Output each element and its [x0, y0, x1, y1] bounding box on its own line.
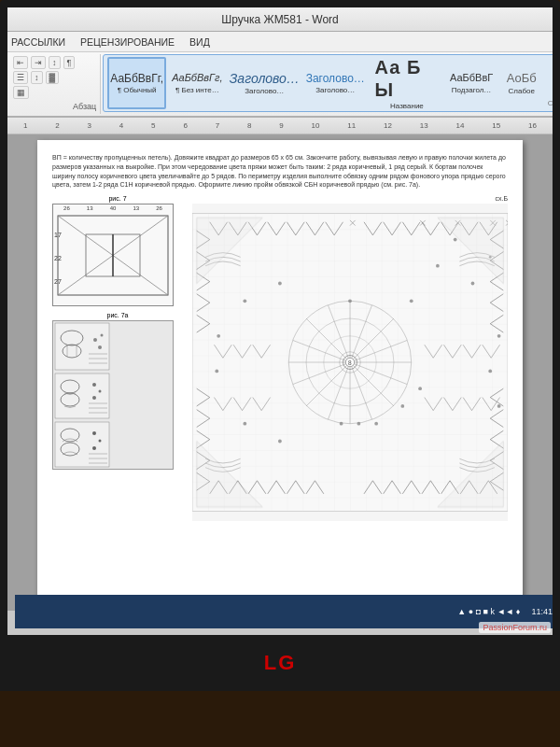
crochet-svg: 8 [192, 204, 508, 521]
ribbon-styles: АаБбВвГг, ¶ Обычный АаБбВвГг, ¶ Без инте… [103, 54, 553, 112]
svg-point-74 [243, 422, 246, 426]
style-normal[interactable]: АаБбВвГг, ¶ Обычный [107, 57, 166, 109]
ribbon: ⇤ ⇥ ↕ ¶ ☰ ↕ ▓ ▦ Абзац АаБбВвГг, [7, 52, 553, 118]
watermark: PassionForum.ru [479, 622, 551, 633]
style-normal-label: ¶ Обычный [118, 86, 157, 94]
style-normal-preview: АаБбВвГг, [110, 72, 163, 85]
svg-point-80 [418, 387, 422, 390]
style-heading2-preview: Заголово… [306, 72, 365, 85]
ribbon-icon-row-1: ⇤ ⇥ ↕ ¶ [13, 56, 65, 69]
svg-point-32 [99, 440, 102, 443]
taskbar-tray: ▲ ● ◘ ■ k ◄◄ ♦ [457, 607, 520, 616]
ruler-mark-13: 13 [420, 121, 428, 130]
doc-left-col: рис. 7 2613401326 [52, 195, 183, 521]
style-subtitle-preview: АаБбВвГ [450, 72, 493, 84]
svg-text:27: 27 [54, 278, 62, 285]
style-nospace[interactable]: АаБбВвГг, ¶ Без инте… [170, 57, 225, 109]
svg-point-67 [497, 334, 501, 338]
svg-point-71 [243, 300, 246, 303]
style-heading2-label: Заголово… [315, 86, 355, 94]
sort-icon[interactable]: ↕ [49, 56, 61, 69]
knitting-svg [53, 321, 174, 470]
lg-logo: LG [264, 651, 297, 675]
svg-point-33 [92, 446, 96, 450]
ribbon-left: ⇤ ⇥ ↕ ¶ ☰ ↕ ▓ ▦ [11, 54, 67, 101]
document-area[interactable]: ВП = количеству пропущенных петель). Дов… [7, 134, 553, 611]
svg-point-23 [99, 390, 102, 393]
svg-point-15 [98, 345, 102, 349]
svg-point-72 [217, 334, 220, 338]
ribbon-icon-row-3: ▦ [13, 86, 65, 99]
spacing-icon[interactable]: ↕ [31, 71, 43, 84]
svg-text:22: 22 [54, 255, 62, 261]
crochet-label: сх.Б [192, 195, 508, 202]
menu-item-review[interactable]: РЕЦЕНЗИРОВАНИЕ [80, 36, 175, 48]
svg-point-69 [497, 404, 501, 408]
ruler-mark-9: 9 [279, 121, 283, 130]
indent-left-icon[interactable]: ⇤ [13, 56, 28, 69]
ruler-mark-2: 2 [55, 121, 59, 130]
indent-right-icon[interactable]: ⇥ [31, 56, 46, 69]
svg-rect-19 [55, 374, 109, 418]
styles-section-label: Стили [548, 99, 553, 109]
ruler-mark-8: 8 [247, 121, 251, 130]
style-nospace-label: ¶ Без инте… [175, 86, 219, 94]
window-title: Шручка ЖМ581 - Word [221, 13, 339, 26]
monitor-bezel: Шручка ЖМ581 - Word РАССЫЛКИ РЕЦЕНЗИРОВА… [0, 0, 560, 691]
svg-point-24 [92, 396, 96, 400]
ruler-mark-10: 10 [312, 121, 320, 130]
ruler-mark-11: 11 [347, 121, 356, 130]
ruler-mark-3: 3 [88, 121, 91, 130]
shading-icon[interactable]: ▓ [46, 71, 60, 84]
svg-point-78 [374, 422, 378, 426]
document-page: ВП = количеству пропущенных петель). Дов… [37, 140, 523, 611]
monitor-bottom: LG [0, 635, 560, 691]
svg-point-13 [93, 338, 97, 342]
ruler-mark-6: 6 [183, 121, 187, 130]
taskbar-time: 11:41 [531, 607, 553, 616]
crochet-grid: 8 [192, 204, 508, 521]
svg-text:17: 17 [54, 232, 62, 238]
style-heading1-preview: Заголово… [230, 71, 300, 87]
style-title[interactable]: Аа Б Ы Название [371, 57, 444, 109]
svg-point-64 [436, 264, 440, 268]
svg-point-68 [488, 370, 492, 374]
svg-point-76 [340, 422, 343, 426]
fig7-label: рис. 7 [52, 195, 183, 202]
doc-right-col: сх.Б [192, 195, 508, 521]
schematic-svg: 17 22 27 [53, 214, 175, 317]
svg-point-77 [357, 422, 361, 426]
menu-bar[interactable]: РАССЫЛКИ РЕЦЕНЗИРОВАНИЕ ВИД [7, 32, 553, 52]
svg-point-63 [471, 282, 475, 286]
ribbon-icon-row-2: ☰ ↕ ▓ [13, 71, 65, 84]
svg-point-14 [101, 334, 104, 337]
style-subtle[interactable]: АоБб Слабое [499, 57, 544, 109]
ruler-mark-15: 15 [492, 121, 500, 130]
style-heading2[interactable]: Заголово… Заголово… [304, 57, 367, 109]
border-icon[interactable]: ▦ [13, 86, 29, 99]
ruler-mark-1: 1 [23, 121, 27, 130]
style-title-label: Название [390, 102, 424, 110]
style-title-preview: Аа Б Ы [375, 56, 440, 101]
svg-point-61 [348, 300, 352, 303]
svg-text:8: 8 [348, 359, 352, 366]
list-icon[interactable]: ☰ [13, 71, 28, 84]
svg-point-75 [278, 440, 282, 444]
schematic-box: 2613401326 17 [52, 204, 174, 306]
screen: Шручка ЖМ581 - Word РАССЫЛКИ РЕЦЕНЗИРОВА… [7, 7, 553, 680]
ruler-mark-4: 4 [119, 121, 123, 130]
menu-item-mailings[interactable]: РАССЫЛКИ [11, 36, 65, 48]
doc-paragraph: ВП = количеству пропущенных петель). Дов… [52, 153, 508, 190]
svg-point-66 [454, 238, 457, 242]
svg-point-79 [400, 404, 404, 408]
ruler-mark-12: 12 [384, 121, 392, 130]
style-subtitle[interactable]: АаБбВвГ Подзагол… [447, 57, 495, 109]
ruler-mark-7: 7 [216, 121, 219, 130]
style-heading1[interactable]: Заголово… Заголово… [229, 57, 301, 109]
schematic-numbers-top: 2613401326 [53, 204, 173, 212]
style-subtle-preview: АоБб [507, 71, 537, 86]
menu-item-view[interactable]: ВИД [189, 36, 210, 48]
svg-point-62 [410, 300, 413, 303]
ruler-mark-16: 16 [528, 121, 537, 130]
svg-point-22 [92, 383, 96, 387]
